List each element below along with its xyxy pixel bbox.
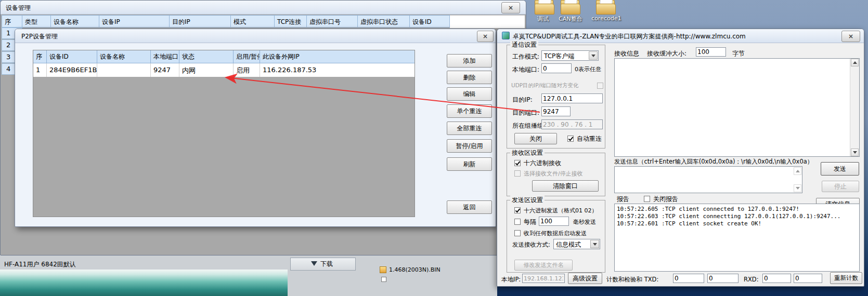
dialog-title: P2P设备管理 (21, 32, 58, 41)
recv-buffer-input[interactable] (696, 47, 726, 57)
delete-button[interactable]: 删除 (447, 71, 492, 84)
work-mode-select[interactable]: TCP客户端 (541, 50, 599, 61)
txd-count-input[interactable] (673, 274, 704, 283)
rxd-checksum-input[interactable] (794, 274, 822, 283)
bin-file-label[interactable]: 1.468(2003N).BIN (389, 266, 441, 273)
reconnect-all-button[interactable]: 全部重连 (447, 122, 492, 135)
download-label[interactable]: 下载 (320, 260, 333, 268)
scrollbar[interactable] (850, 59, 859, 156)
stop-button[interactable]: 停止 (822, 181, 859, 192)
recount-button[interactable]: 重新计数 (830, 272, 862, 284)
dest-ip-label: 目的IP: (512, 96, 533, 104)
column-header[interactable]: 模式 (231, 15, 275, 28)
column-header[interactable]: 序 (33, 50, 47, 63)
app-icon (502, 32, 510, 39)
column-header[interactable]: 虚拟串口号 (307, 15, 358, 28)
local-ip-input[interactable] (522, 274, 565, 283)
chevron-down-icon[interactable] (589, 51, 598, 60)
close-icon[interactable]: × (501, 2, 520, 14)
column-header[interactable]: TCP连接 (275, 15, 307, 28)
edit-button[interactable]: 编辑 (447, 87, 492, 101)
local-port-input[interactable] (541, 63, 572, 73)
rxd-count-input[interactable] (762, 274, 791, 283)
interval-input[interactable] (539, 217, 569, 226)
desktop-icon-label[interactable]: CAN整合 (552, 15, 589, 23)
refresh-button[interactable]: 刷新 (447, 157, 492, 171)
column-header[interactable]: 设备IP (99, 15, 170, 28)
desktop-icon-label[interactable]: corecode1 (590, 15, 623, 22)
auto-send-checkbox[interactable] (514, 230, 521, 236)
clear-window-button[interactable]: 清除窗口 (532, 180, 599, 192)
folder-icon[interactable] (596, 0, 615, 13)
dest-port-input[interactable] (541, 106, 571, 116)
reconnect-one-button[interactable]: 单个重连 (447, 104, 492, 118)
work-mode-label: 工作模式: (512, 52, 539, 61)
window-title: 设备管理 (6, 4, 31, 12)
dest-port-label: 目的端口: (512, 109, 539, 117)
send-textarea[interactable] (614, 166, 802, 193)
scroll-up-icon[interactable] (794, 167, 801, 175)
folder-icon[interactable] (561, 0, 579, 13)
multicast-label: 所在组播组: (512, 122, 546, 130)
pause-enable-button[interactable]: 暂停/启用 (447, 139, 492, 153)
counter-label: 计数和检验和 TXD: (606, 276, 658, 284)
header-filler (450, 15, 525, 28)
p2p-dialog-titlebar[interactable] (15, 29, 496, 43)
folder-icon[interactable] (535, 0, 553, 13)
device-manager-titlebar[interactable] (1, 1, 526, 15)
receive-textarea[interactable] (614, 58, 860, 157)
hex-recv-checkbox[interactable] (514, 160, 521, 166)
column-header[interactable]: 设备名称 (51, 15, 99, 28)
beach-photo (0, 270, 288, 296)
work-mode-value: TCP客户端 (544, 52, 574, 61)
column-header[interactable]: 设备ID (410, 15, 450, 28)
send-button[interactable]: 发送 (821, 162, 859, 176)
p2p-table: 序 设备ID 设备名称 本地端口 状态 启用/暂停 此设备外网IP 1 284E… (33, 50, 415, 217)
cell-enabled: 启用 (234, 63, 260, 77)
send-mode-value: 信息模式 (556, 240, 581, 249)
close-icon[interactable]: × (477, 31, 494, 42)
report-log[interactable]: 10:57:22.605 :TCP client connected to 12… (614, 204, 860, 272)
column-header[interactable]: 虚拟串口状态 (358, 15, 410, 28)
log-line: 10:57:22.601 :TCP client socket create O… (617, 220, 857, 227)
chevron-down-icon[interactable] (590, 240, 599, 248)
column-header[interactable]: 启用/暂停 (234, 50, 260, 63)
column-header[interactable]: 目的IP (170, 15, 231, 28)
udp-follow-checkbox[interactable] (597, 83, 603, 89)
dest-ip-input[interactable] (541, 93, 603, 103)
file-recv-checkbox[interactable] (514, 170, 521, 177)
column-header[interactable]: 设备ID (47, 50, 97, 63)
hex-send-checkbox[interactable] (514, 207, 521, 213)
local-ip-label: 本地IP: (501, 276, 521, 284)
interval-suffix-label: 毫秒发送 (573, 218, 596, 226)
multicast-input[interactable] (541, 119, 603, 129)
scroll-down-icon[interactable] (794, 184, 801, 192)
auto-reconnect-checkbox[interactable] (567, 136, 574, 142)
file-recv-label: 选择接收文件/停止接收 (524, 170, 583, 178)
advanced-settings-button[interactable]: 高级设置 (568, 273, 602, 284)
column-header[interactable]: 类型 (22, 15, 51, 28)
table-row[interactable]: 1 284E9B6EF1B0 9247 内网 启用 116.226.187.53 (33, 63, 414, 77)
column-header[interactable]: 设备名称 (97, 50, 151, 63)
recv-buffer-label: 接收缓冲大小: (647, 49, 686, 58)
report-label: 报告 (617, 195, 629, 204)
send-mode-select[interactable]: 信息模式 (553, 239, 600, 249)
column-header[interactable]: 状态 (179, 50, 234, 63)
column-header[interactable]: 此设备外网IP (260, 50, 414, 63)
column-header[interactable]: 本地端口 (151, 50, 179, 63)
scroll-up-icon[interactable] (851, 59, 859, 66)
column-header[interactable]: 序 (2, 15, 22, 28)
interval-send-checkbox[interactable] (514, 219, 521, 225)
bin-option-checkbox[interactable] (381, 277, 386, 282)
back-button[interactable]: 返回 (447, 200, 492, 214)
close-report-checkbox[interactable] (644, 196, 650, 202)
modify-send-file-button[interactable]: 修改发送文件名 (514, 260, 573, 271)
scroll-down-icon[interactable] (851, 149, 859, 156)
hex-send-label: 十六进制发送（格式01 02） (524, 207, 598, 214)
udp-follow-label: UDP目的IP/端口随对方变化 (511, 82, 579, 89)
txd-checksum-input[interactable] (707, 274, 739, 283)
send-info-label: 发送信息（ctrl+Enter输入回车(0x0d,0x0a)；\r输入0x0d,… (614, 158, 813, 166)
disconnect-button[interactable]: 关闭 (514, 133, 557, 144)
close-icon[interactable]: × (841, 31, 860, 42)
add-button[interactable]: 添加 (447, 54, 492, 68)
